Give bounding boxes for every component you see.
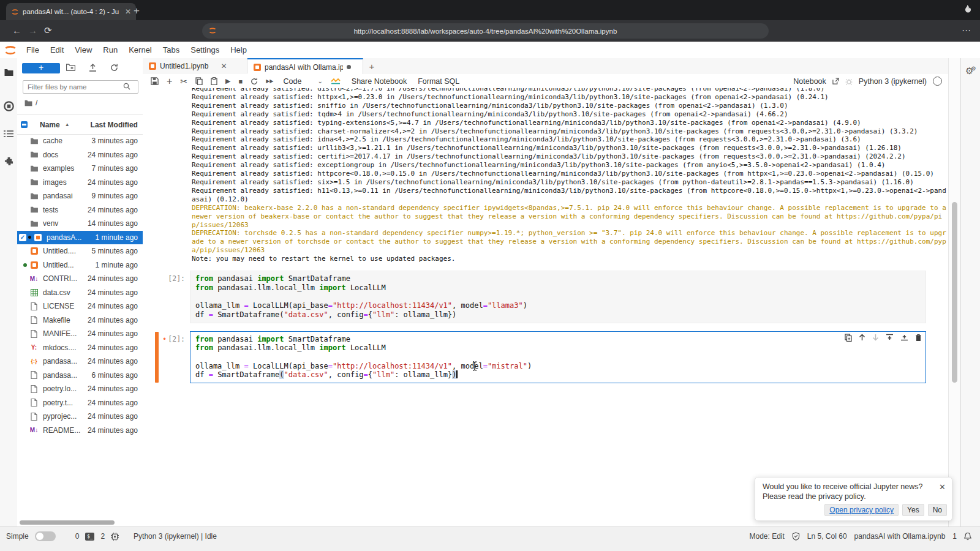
- new-notebook-tab-icon[interactable]: +: [363, 58, 380, 74]
- notebook-scrollbar[interactable]: [948, 58, 961, 527]
- chart-extension-icon[interactable]: [331, 78, 341, 84]
- file-row-cache[interactable]: cache3 minutes ago: [17, 134, 143, 148]
- terminal-icon[interactable]: $_: [85, 533, 94, 541]
- running-sessions-icon[interactable]: [0, 97, 17, 115]
- restart-run-all-icon[interactable]: ▶▶: [266, 78, 273, 84]
- menu-edit[interactable]: Edit: [45, 45, 69, 54]
- cell-editor[interactable]: from pandasai import SmartDataframefrom …: [190, 331, 926, 384]
- scrollbar-thumb[interactable]: [952, 202, 957, 383]
- insert-cell-icon[interactable]: +: [167, 76, 172, 87]
- kernel-sessions-icon[interactable]: [111, 533, 119, 541]
- upload-icon[interactable]: [89, 64, 97, 72]
- move-cell-down-icon[interactable]: [872, 334, 879, 341]
- no-button[interactable]: No: [928, 504, 947, 516]
- breadcrumb[interactable]: /: [24, 99, 37, 107]
- file-row-makefile[interactable]: Makefile24 minutes ago: [17, 313, 143, 328]
- new-folder-icon[interactable]: [66, 64, 75, 71]
- menu-tabs[interactable]: Tabs: [157, 45, 185, 54]
- cursor-position[interactable]: Ln 5, Col 60: [807, 532, 847, 541]
- browser-menu-icon[interactable]: ⋯: [962, 25, 971, 36]
- save-icon[interactable]: [151, 77, 159, 85]
- run-cell-icon[interactable]: ▶: [225, 77, 230, 85]
- kernel-status-text[interactable]: Python 3 (ipykernel) | Idle: [134, 532, 217, 541]
- file-row-pandasai[interactable]: pandasai9 minutes ago: [17, 189, 143, 203]
- refresh-icon[interactable]: [110, 64, 118, 72]
- duplicate-cell-icon[interactable]: [845, 334, 852, 342]
- file-row-docs[interactable]: docs24 minutes ago: [17, 148, 143, 162]
- back-icon[interactable]: ←: [12, 25, 21, 36]
- name-column-header[interactable]: Name: [40, 121, 60, 129]
- menu-settings[interactable]: Settings: [185, 45, 225, 54]
- notification-count[interactable]: 1: [952, 532, 957, 541]
- file-list-header[interactable]: Name ▲ Last Modified: [17, 114, 143, 135]
- file-browser-icon[interactable]: [0, 63, 17, 81]
- browser-extension-icon[interactable]: [963, 4, 971, 14]
- file-row-contri[interactable]: M↓CONTRI...24 minutes ago: [17, 272, 143, 286]
- tab-untitled1[interactable]: Untitled1.ipynb ✕: [143, 58, 247, 73]
- menu-kernel[interactable]: Kernel: [123, 45, 157, 54]
- menu-help[interactable]: Help: [225, 45, 252, 54]
- cell-type-dropdown[interactable]: Code ⌄: [284, 77, 323, 86]
- forward-icon[interactable]: →: [28, 25, 37, 36]
- file-row-pandasa[interactable]: {:}pandasa...24 minutes ago: [17, 354, 143, 369]
- yes-button[interactable]: Yes: [902, 504, 924, 516]
- browser-tab[interactable]: pandasAI wit... (auto-4 : 2) - Ju ✕: [6, 3, 136, 20]
- restart-kernel-icon[interactable]: [251, 78, 258, 85]
- format-sql-button[interactable]: Format SQL: [418, 77, 459, 86]
- close-icon[interactable]: ✕: [939, 482, 946, 492]
- property-inspector-gear-icon[interactable]: ⚙⚙: [965, 66, 974, 77]
- file-row-mkdocs[interactable]: Y:mkdocs....24 minutes ago: [17, 341, 143, 355]
- cell-collapser[interactable]: [155, 332, 159, 383]
- file-row-venv[interactable]: venv14 minutes ago: [17, 217, 143, 231]
- horizontal-scrollbar[interactable]: [18, 520, 141, 525]
- notebook-mode-label[interactable]: Notebook: [793, 77, 826, 86]
- tab-pandasai-with-ollama[interactable]: pandasAI with Ollama.ipynb: [247, 58, 363, 75]
- paste-cells-icon[interactable]: [211, 77, 217, 85]
- file-row-examples[interactable]: examples7 minutes ago: [17, 162, 143, 176]
- debugger-bug-icon[interactable]: [845, 78, 853, 85]
- file-row-untitled[interactable]: Untitled....5 minutes ago: [17, 244, 143, 258]
- cell-editor[interactable]: from pandasai import SmartDataframefrom …: [190, 271, 926, 323]
- extensions-icon[interactable]: [0, 152, 17, 170]
- table-of-contents-icon[interactable]: [0, 124, 17, 143]
- url-bar[interactable]: http://localhost:8888/lab/workspaces/aut…: [202, 23, 769, 39]
- reload-icon[interactable]: ⟳: [44, 25, 52, 36]
- file-row-images[interactable]: images24 minutes ago: [17, 176, 143, 190]
- insert-cell-above-icon[interactable]: [886, 334, 894, 341]
- delete-cell-icon[interactable]: [915, 334, 922, 342]
- simple-mode-toggle[interactable]: [35, 531, 56, 541]
- filter-files-input[interactable]: [23, 80, 138, 94]
- bell-icon[interactable]: [964, 532, 971, 541]
- insert-cell-below-icon[interactable]: [900, 334, 908, 341]
- external-link-icon[interactable]: [832, 78, 839, 84]
- copy-cells-icon[interactable]: [195, 77, 203, 85]
- file-row-poetry-t[interactable]: poetry.t...24 minutes ago: [17, 396, 143, 410]
- new-launcher-button[interactable]: +: [22, 63, 60, 73]
- share-notebook-button[interactable]: Share Notebook: [352, 77, 407, 86]
- file-row-pandasa[interactable]: ✓pandasA...1 minute ago: [17, 231, 143, 245]
- file-row-poetry-lo[interactable]: poetry.lo...24 minutes ago: [17, 382, 143, 396]
- tab-close-icon[interactable]: ✕: [125, 7, 131, 16]
- kernel-status-icon[interactable]: [933, 77, 942, 86]
- mode-indicator[interactable]: Mode: Edit: [749, 532, 784, 541]
- file-row-manife[interactable]: MANIFE...24 minutes ago: [17, 327, 143, 341]
- file-row-pandasa[interactable]: pandasa...6 minutes ago: [17, 369, 143, 383]
- stop-kernel-icon[interactable]: ■: [239, 78, 243, 85]
- kernel-name-label[interactable]: Python 3 (ipykernel): [859, 77, 927, 86]
- move-cell-up-icon[interactable]: [859, 334, 865, 341]
- modified-column-header[interactable]: Last Modified: [91, 121, 138, 129]
- file-row-readme[interactable]: M↓README...24 minutes ago: [17, 424, 143, 438]
- menu-file[interactable]: File: [21, 45, 45, 54]
- new-tab-icon[interactable]: +: [134, 5, 140, 17]
- notebook-content[interactable]: Requirement already satisfied: distro<2,…: [143, 88, 948, 527]
- file-row-data-csv[interactable]: data.csv24 minutes ago: [17, 286, 143, 300]
- file-row-pyprojec[interactable]: pyprojec...24 minutes ago: [17, 410, 143, 424]
- file-row-untitled[interactable]: Untitled...1 minute ago: [17, 258, 143, 272]
- select-all-checkbox[interactable]: [21, 121, 28, 128]
- file-row-license[interactable]: LICENSE24 minutes ago: [17, 299, 143, 313]
- file-row-tests[interactable]: tests24 minutes ago: [17, 203, 143, 217]
- cut-cells-icon[interactable]: ✂: [180, 77, 187, 86]
- menu-run[interactable]: Run: [97, 45, 123, 54]
- open-privacy-policy-button[interactable]: Open privacy policy: [824, 504, 899, 516]
- close-tab-icon[interactable]: ✕: [221, 62, 227, 70]
